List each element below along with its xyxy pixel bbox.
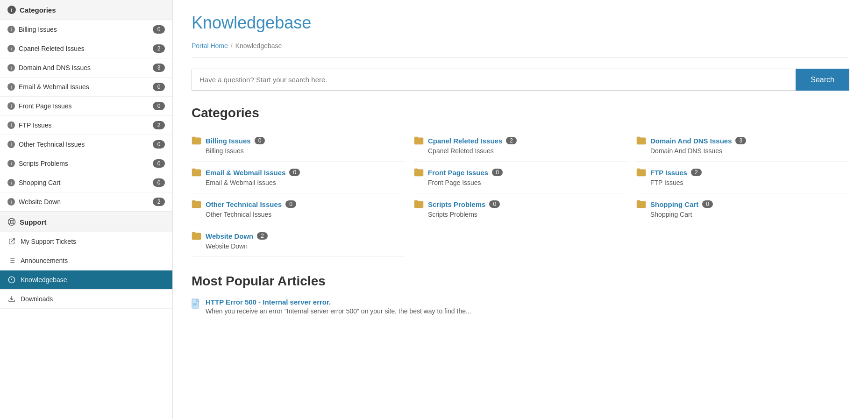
category-link-billing[interactable]: Billing Issues [206, 137, 251, 145]
announcements-label: Announcements [21, 257, 68, 264]
category-desc-billing: Billing Issues [206, 147, 405, 155]
sidebar-item-ftp[interactable]: i FTP Issues 2 [0, 116, 172, 135]
category-desc-other-technical: Other Technical Issues [206, 211, 405, 218]
category-desc-shopping-cart: Shopping Cart [650, 211, 849, 218]
breadcrumb: Portal Home / Knowledgebase [192, 37, 849, 57]
sidebar-item-billing-issues[interactable]: i Billing Issues 0 [0, 20, 172, 39]
badge-ftp: 2 [153, 121, 165, 129]
category-card-email: Email & Webmail Issues 0 Email & Webmail… [192, 162, 405, 193]
categories-grid: Billing Issues 0 Billing Issues Cpanel R… [192, 130, 849, 257]
breadcrumb-home[interactable]: Portal Home [192, 42, 228, 50]
category-card-website-down: Website Down 2 Website Down [192, 225, 405, 257]
category-card-shopping-cart: Shopping Cart 0 Shopping Cart [636, 193, 849, 225]
support-section-header: Support [0, 212, 172, 232]
folder-icon [192, 200, 202, 208]
sidebar-item-knowledgebase[interactable]: Knowledgebase [0, 270, 172, 290]
badge-other: 0 [153, 140, 165, 149]
sidebar-item-shopping-cart[interactable]: i Shopping Cart 0 [0, 173, 172, 192]
info-small-icon: i [7, 64, 15, 71]
svg-line-4 [13, 220, 14, 221]
sidebar-item-downloads[interactable]: Downloads [0, 290, 172, 309]
svg-line-2 [9, 220, 11, 221]
knowledgebase-icon [7, 276, 16, 284]
article-desc-0: When you receive an error "Internal serv… [206, 307, 471, 315]
list-icon [7, 256, 16, 265]
category-desc-frontpage: Front Page Issues [428, 179, 627, 186]
category-link-email[interactable]: Email & Webmail Issues [206, 169, 285, 177]
folder-icon [192, 168, 202, 177]
info-small-icon: i [7, 179, 15, 186]
category-card-other-technical: Other Technical Issues 0 Other Technical… [192, 193, 405, 225]
article-title-0[interactable]: HTTP Error 500 - Internal server error. [206, 298, 471, 306]
sidebar-item-my-support-tickets[interactable]: My Support Tickets [0, 232, 172, 251]
ticket-icon [7, 237, 16, 246]
category-card-ftp: FTP Issues 2 FTP Issues [636, 162, 849, 193]
sidebar-item-email[interactable]: i Email & Webmail Issues 0 [0, 78, 172, 97]
categories-heading: Categories [192, 106, 849, 121]
category-link-cpanel[interactable]: Cpanel Releted Issues [428, 137, 502, 145]
badge-shopping: 0 [153, 178, 165, 187]
category-desc-ftp: FTP Issues [650, 179, 849, 186]
category-badge-scripts: 0 [489, 200, 500, 208]
sidebar-item-cpanel[interactable]: i Cpanel Releted Issues 2 [0, 39, 172, 58]
downloads-label: Downloads [21, 295, 53, 303]
category-desc-email: Email & Webmail Issues [206, 179, 405, 186]
badge-cpanel: 2 [153, 44, 165, 53]
folder-icon [636, 200, 647, 208]
categories-header-label: Categories [20, 6, 56, 14]
info-small-icon: i [7, 141, 15, 148]
folder-icon [414, 136, 424, 145]
svg-line-5 [9, 223, 11, 224]
category-badge-other-technical: 0 [285, 200, 296, 208]
category-link-scripts[interactable]: Scripts Problems [428, 200, 485, 208]
category-badge-domain: 3 [735, 137, 746, 144]
sidebar-item-website-down[interactable]: i Website Down 2 [0, 192, 172, 212]
knowledgebase-label: Knowledgebase [21, 276, 67, 284]
support-header-label: Support [20, 218, 47, 226]
info-small-icon: i [7, 83, 15, 91]
badge-billing: 0 [153, 25, 165, 34]
category-link-website-down[interactable]: Website Down [206, 232, 253, 240]
category-card-billing: Billing Issues 0 Billing Issues [192, 130, 405, 162]
badge-email: 0 [153, 83, 165, 91]
badge-domain: 3 [153, 64, 165, 72]
category-badge-ftp: 2 [691, 169, 702, 176]
folder-icon [414, 168, 424, 177]
category-link-shopping-cart[interactable]: Shopping Cart [650, 200, 698, 208]
sidebar-item-scripts[interactable]: i Scripts Problems 0 [0, 154, 172, 173]
badge-website-down: 2 [153, 198, 165, 206]
category-link-domain[interactable]: Domain And DNS Issues [650, 137, 732, 145]
sidebar-item-domain[interactable]: i Domain And DNS Issues 3 [0, 58, 172, 78]
category-badge-website-down: 2 [257, 232, 268, 240]
category-card-scripts: Scripts Problems 0 Scripts Problems [414, 193, 627, 225]
category-badge-billing: 0 [255, 137, 265, 144]
info-small-icon: i [7, 198, 15, 206]
badge-scripts: 0 [153, 159, 165, 168]
article-item-0: HTTP Error 500 - Internal server error. … [192, 298, 849, 315]
popular-articles-heading: Most Popular Articles [192, 274, 849, 289]
category-badge-cpanel: 2 [506, 137, 517, 144]
category-card-frontpage: Front Page Issues 0 Front Page Issues [414, 162, 627, 193]
search-input[interactable] [192, 69, 796, 91]
sidebar-item-other-technical[interactable]: i Other Technical Issues 0 [0, 135, 172, 154]
badge-frontpage: 0 [153, 102, 165, 110]
category-link-ftp[interactable]: FTP Issues [650, 169, 687, 177]
sidebar-categories-section: i Categories i Billing Issues 0 i Cpanel… [0, 0, 172, 212]
category-link-other-technical[interactable]: Other Technical Issues [206, 200, 282, 208]
main-content: Knowledgebase Portal Home / Knowledgebas… [173, 0, 868, 419]
sidebar-item-announcements[interactable]: Announcements [0, 251, 172, 270]
info-small-icon: i [7, 102, 15, 110]
sidebar: i Categories i Billing Issues 0 i Cpanel… [0, 0, 173, 419]
support-icon [7, 218, 16, 226]
svg-line-3 [13, 223, 14, 224]
search-button[interactable]: Search [796, 69, 849, 91]
sidebar-item-frontpage[interactable]: i Front Page Issues 0 [0, 97, 172, 116]
search-bar: Search [192, 69, 849, 91]
article-file-icon [192, 298, 201, 310]
categories-section-header: i Categories [0, 0, 172, 20]
folder-icon [192, 136, 202, 145]
category-link-frontpage[interactable]: Front Page Issues [428, 169, 488, 177]
info-small-icon: i [7, 26, 15, 33]
folder-icon [636, 168, 647, 177]
category-card-cpanel: Cpanel Releted Issues 2 Cpanel Releted I… [414, 130, 627, 162]
